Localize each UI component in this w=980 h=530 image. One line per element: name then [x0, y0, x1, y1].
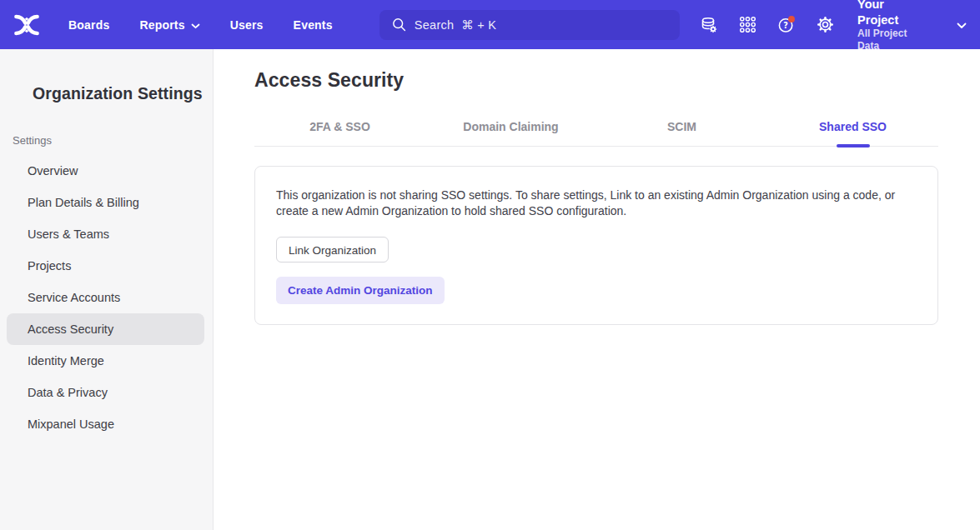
project-name: Your Project — [857, 0, 925, 28]
nav-item-users[interactable]: Users — [230, 18, 264, 32]
nav-item-reports[interactable]: Reports — [139, 18, 199, 32]
tab-scim[interactable]: SCIM — [596, 120, 767, 146]
tab-domain-claiming-label: Domain Claiming — [463, 120, 558, 133]
tab-2fa-sso-label: 2FA & SSO — [309, 120, 370, 133]
sidebar-item-mixpanel-usage[interactable]: Mixpanel Usage — [7, 408, 204, 440]
nav-item-reports-label: Reports — [139, 18, 184, 32]
main-content: Access Security 2FA & SSO Domain Claimin… — [214, 49, 980, 530]
sidebar-item-data-privacy[interactable]: Data & Privacy — [7, 377, 204, 408]
shared-sso-description: This organization is not sharing SSO set… — [276, 188, 917, 219]
link-organization-row: Link Organization — [276, 237, 917, 262]
sidebar-item-plan-details-billing[interactable]: Plan Details & Billing — [7, 187, 204, 218]
create-admin-organization-button[interactable]: Create Admin Organization — [276, 277, 445, 304]
nav-item-boards[interactable]: Boards — [68, 18, 109, 32]
tab-2fa-sso[interactable]: 2FA & SSO — [254, 120, 425, 146]
nav-links: Boards Reports Users Events — [68, 18, 333, 32]
project-switcher-text: Your Project All Project Data — [857, 0, 925, 52]
sidebar-item-service-accounts[interactable]: Service Accounts — [7, 282, 204, 313]
project-switcher[interactable]: Your Project All Project Data — [857, 0, 967, 52]
chevron-down-icon — [957, 18, 967, 32]
svg-text:?: ? — [783, 21, 788, 30]
settings-sidebar: Organization Settings Settings Overview … — [0, 49, 214, 530]
page-title: Access Security — [254, 69, 938, 92]
tab-shared-sso[interactable]: Shared SSO — [767, 120, 938, 146]
project-data-scope: All Project Data — [857, 28, 925, 52]
sidebar-item-access-security[interactable]: Access Security — [7, 313, 204, 345]
sidebar-item-projects[interactable]: Projects — [7, 250, 204, 282]
data-management-icon[interactable] — [699, 15, 719, 35]
top-navbar: Boards Reports Users Events — [0, 0, 980, 49]
nav-item-events-label: Events — [294, 18, 333, 32]
tab-bar: 2FA & SSO Domain Claiming SCIM Shared SS… — [254, 120, 938, 147]
settings-gear-icon[interactable] — [816, 15, 835, 35]
nav-item-users-label: Users — [230, 18, 264, 32]
sidebar-item-identity-merge[interactable]: Identity Merge — [7, 345, 204, 377]
apps-grid-icon[interactable] — [738, 15, 757, 35]
chevron-down-icon — [191, 18, 200, 32]
shared-sso-card: This organization is not sharing SSO set… — [254, 166, 938, 325]
create-admin-organization-row: Create Admin Organization — [276, 262, 917, 304]
nav-item-events[interactable]: Events — [294, 18, 333, 32]
mixpanel-logo-icon[interactable] — [12, 12, 43, 38]
search-bar[interactable] — [379, 10, 680, 40]
search-icon — [391, 17, 407, 32]
tab-scim-label: SCIM — [667, 120, 696, 133]
sidebar-item-users-teams[interactable]: Users & Teams — [7, 218, 204, 250]
navbar-right-actions: ? Your Project All Project Data — [680, 0, 967, 52]
nav-item-boards-label: Boards — [68, 18, 109, 32]
sidebar-title: Organization Settings — [33, 84, 213, 103]
tab-domain-claiming[interactable]: Domain Claiming — [425, 120, 596, 146]
sidebar-section-label: Settings — [13, 134, 213, 147]
tab-shared-sso-label: Shared SSO — [819, 120, 887, 133]
sidebar-item-overview[interactable]: Overview — [7, 155, 204, 187]
active-tab-underline — [837, 144, 870, 148]
notification-dot — [788, 16, 795, 22]
help-icon[interactable]: ? — [776, 15, 797, 35]
link-organization-button[interactable]: Link Organization — [276, 237, 389, 262]
search-input[interactable] — [415, 18, 671, 32]
sidebar-menu: Overview Plan Details & Billing Users & … — [0, 155, 213, 440]
